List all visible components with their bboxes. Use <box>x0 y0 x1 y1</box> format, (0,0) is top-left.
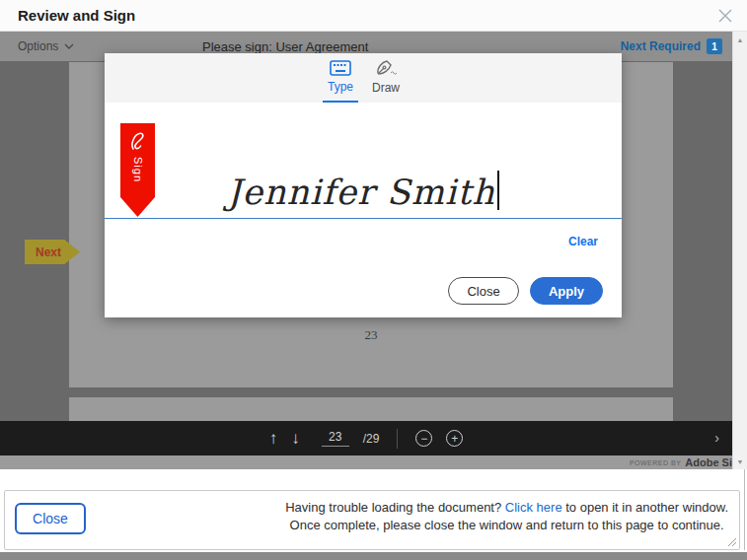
next-page-icon[interactable]: ↓ <box>291 430 300 447</box>
options-menu[interactable]: Options <box>18 39 74 53</box>
document-page-24 <box>69 397 673 421</box>
zoom-out-icon[interactable]: − <box>415 430 432 447</box>
tab-type[interactable]: Type <box>323 53 358 103</box>
tab-type-label: Type <box>328 80 353 94</box>
signature-dialog-buttons: Close Apply <box>448 277 603 305</box>
brand-name: Adobe Si <box>685 456 732 468</box>
apply-button[interactable]: Apply <box>530 277 603 305</box>
footer-help-line1: Having trouble loading the document? Cli… <box>285 499 728 517</box>
window-edge-line <box>744 469 745 550</box>
signature-dialog: Type Draw Sign Jennifer Smith <box>105 53 622 317</box>
text-caret <box>497 171 499 210</box>
next-required-count-badge: 1 <box>707 38 722 54</box>
powered-by-label: POWERED BY <box>630 459 681 466</box>
footer-help-text: Having trouble loading the document? Cli… <box>285 499 728 534</box>
signature-tabs: Type Draw <box>105 53 622 103</box>
help-line1-pre: Having trouble loading the document? <box>285 500 505 515</box>
window-title: Review and Sign <box>18 7 135 24</box>
bottom-border-strip <box>0 552 747 560</box>
footer-help-line2: Once complete, please close the window a… <box>285 517 728 534</box>
tab-draw[interactable]: Draw <box>368 53 404 103</box>
powered-by-strip: POWERED BY Adobe Si <box>0 455 732 469</box>
pager-toolbar: ↑ ↓ /29 − + › <box>0 421 732 455</box>
signature-dialog-footer: Clear Close Apply <box>105 219 622 316</box>
scroll-up-icon[interactable]: ▲ <box>733 36 747 43</box>
footer-close-button[interactable]: Close <box>15 503 86 534</box>
toolbar-divider <box>397 429 398 449</box>
resize-handle-icon[interactable] <box>725 535 737 547</box>
options-label: Options <box>18 39 58 53</box>
scroll-down-icon[interactable]: ▼ <box>733 458 747 465</box>
chevron-down-icon <box>64 43 74 49</box>
previous-page-icon[interactable]: ↑ <box>269 430 278 447</box>
tab-draw-label: Draw <box>372 81 400 95</box>
click-here-link[interactable]: Click here <box>505 500 562 515</box>
page-number-text: 23 <box>69 327 673 343</box>
typed-signature[interactable]: Jennifer Smith <box>105 171 622 212</box>
signature-input-area[interactable]: Sign Jennifer Smith <box>105 103 622 219</box>
page-total: /29 <box>363 432 380 446</box>
review-and-sign-window: Review and Sign Options Please sign: Use… <box>0 0 747 560</box>
adobe-logo-icon <box>126 128 150 154</box>
footer-panel: Close Having trouble loading the documen… <box>4 490 740 550</box>
clear-link[interactable]: Clear <box>568 235 598 248</box>
pen-icon <box>374 59 398 77</box>
page-number-input[interactable] <box>322 430 349 447</box>
page-footer: Close Having trouble loading the documen… <box>0 469 747 560</box>
zoom-in-icon[interactable]: + <box>446 430 463 447</box>
dialog-close-button[interactable]: Close <box>448 277 519 305</box>
signature-text[interactable]: Jennifer Smith <box>227 173 495 212</box>
next-required[interactable]: Next Required 1 <box>621 38 722 54</box>
close-icon[interactable] <box>717 8 733 24</box>
window-titlebar: Review and Sign <box>0 0 747 32</box>
chevron-right-icon[interactable]: › <box>714 430 719 446</box>
help-line1-post: to open it in another window. <box>562 500 728 515</box>
viewer-scrollbar[interactable]: ▲ ▼ <box>732 32 747 469</box>
next-required-label[interactable]: Next Required <box>621 39 701 53</box>
next-tag-label: Next <box>36 245 61 259</box>
keyboard-icon <box>330 60 351 76</box>
document-title: Please sign: User Agreement <box>202 39 368 54</box>
